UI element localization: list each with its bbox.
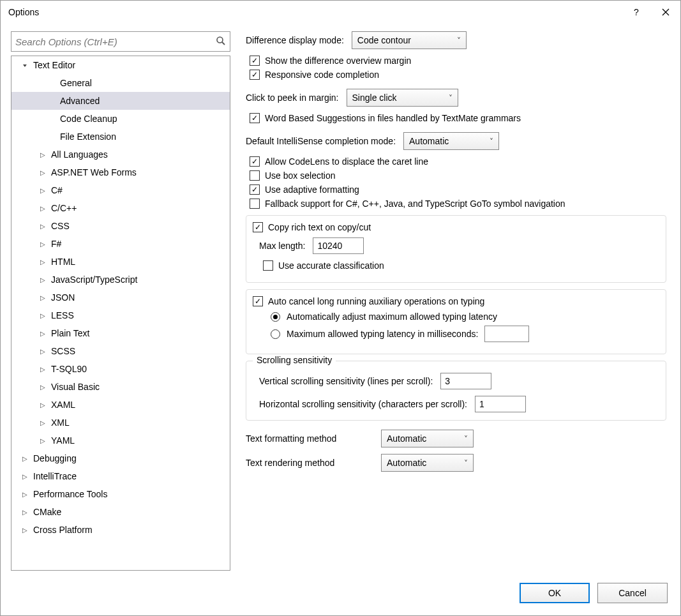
- options-tree[interactable]: Text EditorGeneralAdvancedCode CleanupFi…: [11, 56, 230, 571]
- tree-item[interactable]: Performance Tools: [11, 485, 230, 503]
- word-suggestions-label: Word Based Suggestions in files handled …: [265, 113, 521, 123]
- caret-closed-icon[interactable]: [38, 205, 47, 212]
- codelens-displace-checkbox[interactable]: [250, 156, 260, 167]
- tree-item-label: F#: [51, 239, 61, 249]
- tree-item[interactable]: XAML: [11, 396, 230, 414]
- tree-item-label: HTML: [51, 257, 75, 267]
- word-suggestions-checkbox[interactable]: [250, 113, 260, 123]
- ok-button[interactable]: OK: [520, 583, 590, 603]
- caret-closed-icon[interactable]: [38, 187, 47, 194]
- tree-item[interactable]: General: [11, 74, 230, 92]
- vscroll-input[interactable]: [440, 373, 491, 389]
- tree-item[interactable]: CSS: [11, 217, 230, 235]
- tree-item-label: All Languages: [51, 149, 108, 160]
- accurate-classification-checkbox[interactable]: [263, 260, 273, 271]
- tree-item[interactable]: Visual Basic: [11, 378, 230, 396]
- caret-closed-icon[interactable]: [38, 259, 47, 266]
- caret-closed-icon[interactable]: [20, 509, 29, 516]
- caret-closed-icon[interactable]: [38, 437, 47, 444]
- max-latency-input[interactable]: [484, 326, 529, 342]
- intellisense-label: Default IntelliSense completion mode:: [246, 136, 396, 146]
- tree-item-label: Performance Tools: [33, 489, 107, 499]
- adaptive-formatting-checkbox[interactable]: [250, 184, 260, 195]
- max-latency-radio[interactable]: [271, 329, 280, 339]
- caret-closed-icon[interactable]: [38, 241, 47, 248]
- click-peek-label: Click to peek in margin:: [246, 93, 339, 103]
- tree-item[interactable]: XML: [11, 414, 230, 432]
- search-input[interactable]: [15, 36, 216, 47]
- text-format-combo[interactable]: Automatic: [381, 430, 474, 447]
- caret-closed-icon[interactable]: [38, 330, 47, 337]
- text-render-combo[interactable]: Automatic: [381, 454, 474, 472]
- tree-item[interactable]: JavaScript/TypeScript: [11, 271, 230, 289]
- window-title: Options: [8, 7, 622, 17]
- responsive-completion-checkbox[interactable]: [250, 70, 260, 80]
- caret-closed-icon[interactable]: [20, 473, 29, 480]
- caret-closed-icon[interactable]: [38, 419, 47, 426]
- adaptive-formatting-label: Use adaptive formatting: [265, 184, 359, 195]
- caret-closed-icon[interactable]: [38, 169, 47, 176]
- caret-closed-icon[interactable]: [20, 491, 29, 498]
- intellisense-value: Automatic: [409, 136, 449, 146]
- tree-item[interactable]: LESS: [11, 306, 230, 324]
- caret-closed-icon[interactable]: [38, 223, 47, 230]
- close-button[interactable]: [651, 1, 680, 24]
- tree-item[interactable]: YAML: [11, 432, 230, 449]
- auto-cancel-checkbox[interactable]: [253, 296, 263, 306]
- tree-item[interactable]: C/C++: [11, 199, 230, 217]
- tree-item[interactable]: All Languages: [11, 146, 230, 163]
- caret-closed-icon[interactable]: [38, 348, 47, 355]
- tree-item[interactable]: Code Cleanup: [11, 110, 230, 128]
- show-diff-margin-checkbox[interactable]: [250, 56, 260, 66]
- caret-closed-icon[interactable]: [38, 402, 47, 409]
- box-selection-checkbox[interactable]: [250, 170, 260, 181]
- auto-adjust-radio[interactable]: [271, 312, 280, 322]
- tree-item[interactable]: Advanced: [11, 92, 230, 110]
- tree-item-label: CSS: [51, 221, 70, 231]
- dialog-footer: OK Cancel: [1, 571, 680, 615]
- diff-mode-label: Difference display mode:: [246, 35, 344, 45]
- box-selection-label: Use box selection: [265, 170, 336, 181]
- caret-closed-icon[interactable]: [38, 312, 47, 319]
- caret-closed-icon[interactable]: [38, 384, 47, 391]
- text-format-label: Text formatting method: [246, 433, 373, 444]
- diff-mode-combo[interactable]: Code contour: [352, 31, 467, 49]
- cancel-button[interactable]: Cancel: [597, 583, 668, 603]
- hscroll-input[interactable]: [475, 396, 526, 412]
- caret-open-icon[interactable]: [20, 62, 29, 69]
- tree-item[interactable]: JSON: [11, 289, 230, 306]
- search-box[interactable]: [11, 31, 230, 52]
- tree-item[interactable]: SCSS: [11, 342, 230, 360]
- text-format-value: Automatic: [387, 433, 426, 444]
- tree-item[interactable]: File Extension: [11, 128, 230, 146]
- scrolling-legend: Scrolling sensitivity: [253, 355, 336, 365]
- tree-item[interactable]: IntelliTrace: [11, 467, 230, 485]
- intellisense-combo[interactable]: Automatic: [403, 132, 499, 150]
- max-length-input[interactable]: [313, 237, 364, 254]
- caret-closed-icon[interactable]: [38, 151, 47, 158]
- help-button[interactable]: ?: [622, 1, 651, 24]
- tree-item[interactable]: HTML: [11, 253, 230, 271]
- tree-item[interactable]: CMake: [11, 503, 230, 521]
- fallback-goto-checkbox[interactable]: [250, 199, 260, 209]
- tree-item-label: Text Editor: [33, 60, 75, 70]
- tree-item[interactable]: C#: [11, 181, 230, 199]
- caret-closed-icon[interactable]: [38, 366, 47, 373]
- tree-item[interactable]: ASP.NET Web Forms: [11, 163, 230, 181]
- fallback-goto-label: Fallback support for C#, C++, Java, and …: [265, 199, 565, 209]
- tree-item[interactable]: Plain Text: [11, 324, 230, 342]
- caret-closed-icon[interactable]: [20, 527, 29, 534]
- tree-item[interactable]: T-SQL90: [11, 360, 230, 378]
- tree-item[interactable]: Text Editor: [11, 56, 230, 74]
- click-peek-combo[interactable]: Single click: [347, 89, 458, 107]
- tree-item[interactable]: Debugging: [11, 449, 230, 467]
- copy-rich-text-checkbox[interactable]: [253, 222, 263, 232]
- svg-line-3: [222, 42, 225, 45]
- tree-item[interactable]: Cross Platform: [11, 521, 230, 539]
- tree-item-label: SCSS: [51, 346, 75, 356]
- tree-item-label: Visual Basic: [51, 382, 100, 392]
- caret-closed-icon[interactable]: [38, 276, 47, 283]
- caret-closed-icon[interactable]: [20, 455, 29, 462]
- caret-closed-icon[interactable]: [38, 294, 47, 301]
- tree-item[interactable]: F#: [11, 235, 230, 253]
